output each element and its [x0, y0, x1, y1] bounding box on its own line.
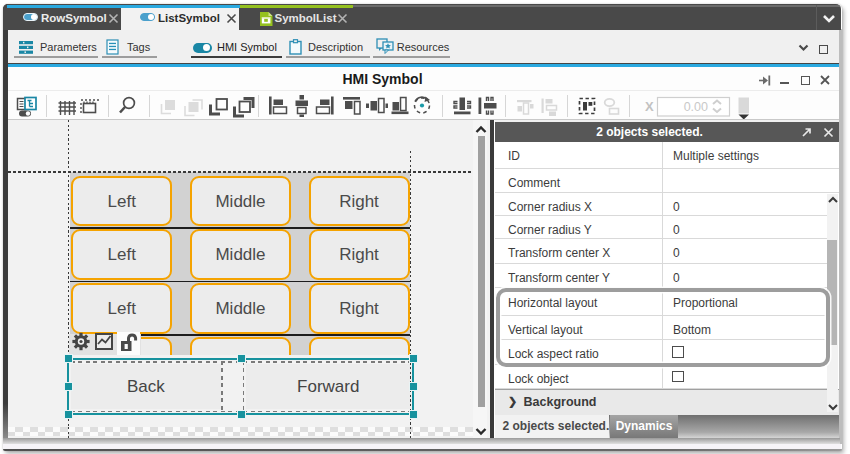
svg-text:0.00: 0.00	[684, 100, 708, 114]
svg-text:X: X	[645, 99, 654, 114]
